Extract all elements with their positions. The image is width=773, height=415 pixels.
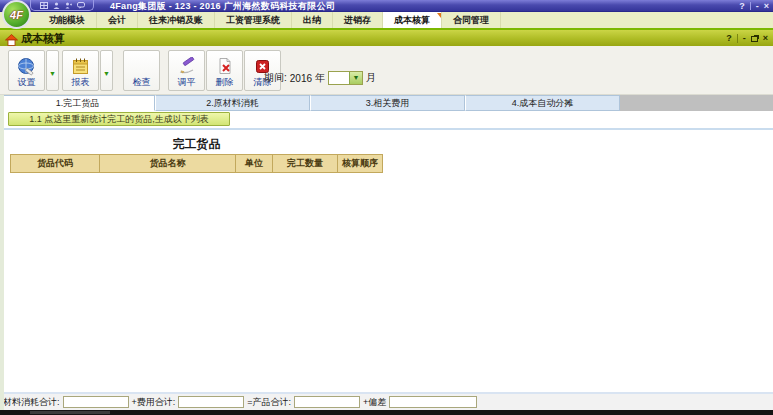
app-logo: 4F [2, 0, 31, 29]
settings-dropdown[interactable]: ▼ [46, 50, 59, 91]
close-button[interactable]: × [764, 1, 769, 11]
table-title: 完工货品 [10, 136, 383, 153]
module-help-button[interactable]: ? [726, 33, 732, 43]
status-segment [30, 411, 110, 414]
variance-input[interactable] [389, 396, 477, 408]
tab-raw-material-consumption[interactable]: 2.原材料消耗 [155, 95, 310, 111]
main-menu-bar: 功能模块 会计 往来冲销及账 工资管理系统 出纳 进销存 成本核算 合同管理 [0, 12, 773, 28]
variance-label: +偏差 [363, 396, 386, 409]
minimize-button[interactable]: - [756, 1, 759, 11]
menu-item-accounting[interactable]: 会计 [97, 12, 138, 28]
chat-icon[interactable] [77, 2, 85, 9]
restore-icon[interactable] [751, 36, 758, 42]
menu-item-function-modules[interactable]: 功能模块 [38, 12, 97, 28]
module-close-button[interactable]: × [763, 33, 768, 43]
logout-icon[interactable] [65, 2, 72, 9]
help-button[interactable]: ? [739, 1, 745, 11]
module-title: 成本核算 [21, 30, 65, 46]
control-divider [737, 34, 738, 43]
product-total-input[interactable] [294, 396, 360, 408]
column-header-unit: 单位 [236, 154, 273, 173]
tab-related-expenses[interactable]: 3.相关费用 [310, 95, 465, 111]
window-controls: ? - × [739, 0, 769, 12]
module-header: 成本核算 ? - × [0, 30, 773, 46]
column-header-calc-order: 核算顺序 [338, 154, 383, 173]
delete-document-icon [215, 55, 234, 77]
menu-item-inventory[interactable]: 进销存 [333, 12, 383, 28]
period-selector: 期间: 2016 年 ▼ 月 [264, 71, 376, 85]
month-combobox[interactable]: ▼ [328, 71, 363, 85]
title-bar: 4Fang集团版 - 123 - 2016 广州海然数码科技有限公司 ? - × [0, 0, 773, 12]
table-header-row: 货品代码 货品名称 单位 完工数量 核算顺序 [10, 154, 383, 173]
settings-button[interactable]: 设置 [8, 50, 45, 91]
report-button[interactable]: 报表 [62, 50, 99, 91]
report-dropdown[interactable]: ▼ [100, 50, 113, 91]
recount-finished-goods-button[interactable]: 1.1 点这里重新统计完工的货品,生成以下列表 [8, 112, 230, 126]
settings-label: 设置 [18, 77, 36, 88]
menu-item-contracts[interactable]: 合同管理 [442, 12, 501, 28]
combo-dropdown-icon[interactable]: ▼ [349, 72, 362, 84]
balance-label: 调平 [178, 77, 196, 88]
report-label: 报表 [72, 77, 90, 88]
month-value [329, 72, 349, 84]
left-panel-strip [0, 95, 4, 410]
expense-total-label: +费用合计: [132, 396, 176, 409]
product-total-label: =产品合计: [247, 396, 291, 409]
period-year: 2016 [290, 73, 312, 84]
pencil-icon [177, 55, 196, 77]
user-icon[interactable] [53, 2, 60, 9]
delete-button[interactable]: 删除 [206, 50, 243, 91]
module-minimize-button[interactable]: - [743, 33, 746, 43]
tab-finished-goods[interactable]: 1.完工货品 [0, 95, 155, 111]
tab-auto-cost-allocation[interactable]: 4.成本自动分摊 [465, 95, 620, 111]
menu-item-receivables[interactable]: 往来冲销及账 [138, 12, 215, 28]
totals-bar: 材料消耗合计: +费用合计: =产品合计: +偏差 [0, 392, 773, 410]
period-month-unit: 月 [366, 71, 376, 85]
action-row: 1.1 点这里重新统计完工的货品,生成以下列表 [0, 111, 773, 128]
main-content: 完工货品 货品代码 货品名称 单位 完工数量 核算顺序 [0, 128, 773, 392]
column-header-item-name: 货品名称 [100, 154, 236, 173]
balance-button[interactable]: 调平 [168, 50, 205, 91]
delete-label: 删除 [216, 77, 234, 88]
menu-item-cost-accounting[interactable]: 成本核算 [383, 12, 442, 28]
period-year-unit: 年 [315, 71, 325, 85]
control-divider [750, 2, 751, 10]
expense-total-input[interactable] [178, 396, 244, 408]
toolbar: 设置 ▼ 报表 ▼ 检查 调平 删除 [0, 46, 773, 95]
bottom-status-bar [0, 410, 773, 415]
check-label: 检查 [133, 77, 151, 88]
column-header-item-code: 货品代码 [10, 154, 100, 173]
check-button[interactable]: 检查 [123, 50, 160, 91]
report-calendar-icon [71, 55, 90, 77]
settings-globe-icon [17, 55, 36, 77]
grid-icon[interactable] [40, 2, 48, 9]
step-tabs: 1.完工货品 2.原材料消耗 3.相关费用 4.成本自动分摊 [0, 95, 773, 111]
material-total-label: 材料消耗合计: [3, 396, 60, 409]
column-header-finished-qty: 完工数量 [273, 154, 338, 173]
quick-access-toolbar [30, 0, 94, 11]
menu-item-payroll[interactable]: 工资管理系统 [215, 12, 292, 28]
menu-item-cashier[interactable]: 出纳 [292, 12, 333, 28]
period-label: 期间: [264, 71, 287, 85]
window-title: 4Fang集团版 - 123 - 2016 广州海然数码科技有限公司 [110, 0, 335, 12]
module-window-controls: ? - × [726, 30, 768, 46]
material-total-input[interactable] [63, 396, 129, 408]
